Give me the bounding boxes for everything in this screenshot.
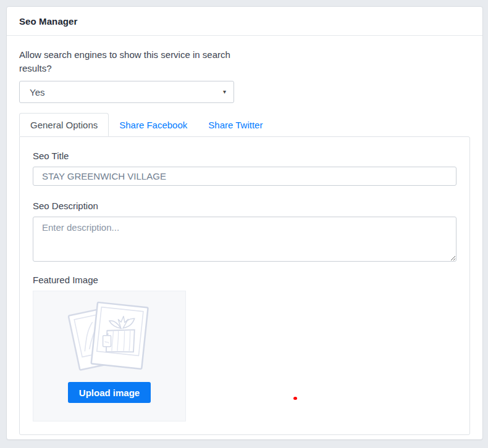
seo-manager-card: Seo Manager Allow search engines to show… (6, 6, 483, 440)
tab-general-options-label: General Options (30, 120, 98, 130)
card-body: Allow search engines to show this servic… (7, 36, 482, 447)
seo-title-label: Seo Title (33, 151, 456, 161)
search-visibility-question: Allow search engines to show this servic… (19, 48, 242, 75)
featured-image-dropzone[interactable]: Upload image (33, 291, 186, 421)
tab-share-twitter[interactable]: Share Twitter (198, 113, 273, 136)
seo-description-label: Seo Description (33, 201, 456, 211)
photos-placeholder-icon (56, 297, 164, 381)
select-caret-icon: ▾ (223, 88, 226, 95)
seo-tabs: General Options Share Facebook Share Twi… (19, 113, 470, 136)
search-visibility-select[interactable]: Yes ▾ (19, 81, 234, 103)
tab-panel-general-options: Seo Title Seo Description Featured Image (19, 136, 470, 435)
upload-image-button[interactable]: Upload image (68, 382, 151, 403)
tab-share-facebook[interactable]: Share Facebook (109, 113, 198, 136)
card-header: Seo Manager (7, 7, 482, 36)
tab-general-options[interactable]: General Options (19, 113, 109, 136)
featured-image-label: Featured Image (33, 275, 456, 285)
select-value: Yes (30, 87, 44, 97)
seo-title-input[interactable] (33, 167, 456, 186)
seo-description-textarea[interactable] (33, 217, 456, 262)
tab-share-facebook-label: Share Facebook (119, 120, 187, 130)
tab-share-twitter-label: Share Twitter (208, 120, 263, 130)
card-title: Seo Manager (19, 16, 77, 27)
